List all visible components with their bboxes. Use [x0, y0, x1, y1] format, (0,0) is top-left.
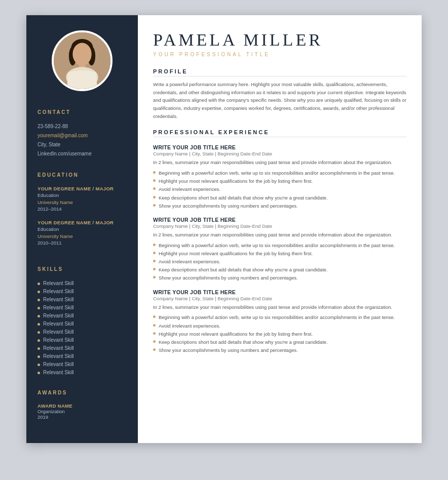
job-entry: WRITE YOUR JOB TITLE HERECompany Name | …: [153, 217, 406, 282]
resume-title: YOUR PROFESSIONAL TITLE: [153, 52, 406, 57]
skill-item: Relevant Skill: [38, 328, 127, 336]
job-bullet-item: Highlight your most relevant qualificati…: [153, 177, 406, 185]
bullet-text: Highlight your most relevant qualificati…: [159, 177, 313, 185]
skills-title: SKILLS: [38, 266, 127, 274]
header: PAMELA MILLER YOUR PROFESSIONAL TITLE: [153, 30, 406, 57]
edu-type-2: Education: [38, 226, 127, 232]
skill-bullet: [38, 323, 40, 326]
bullet-dot: [153, 171, 156, 174]
job-bullet-item: Beginning with a powerful action verb, w…: [153, 169, 406, 177]
experience-section-title: PROFESSIONAL EXPERIENCE: [153, 129, 406, 137]
skill-label: Relevant Skill: [43, 352, 74, 361]
edu-year-2: 2010–2011: [38, 239, 127, 246]
job-meta: Company Name | City, State | Beginning D…: [153, 223, 406, 229]
job-summary: In 2 lines, summarize your main responsi…: [153, 231, 406, 239]
bullet-dot: [153, 179, 156, 182]
skill-bullet: [38, 355, 40, 358]
job-bullet-item: Beginning with a powerful action verb, w…: [153, 242, 406, 249]
skill-item: Relevant Skill: [38, 312, 127, 320]
bullet-dot: [153, 204, 156, 207]
profile-section: PROFILE Write a powerful performance sum…: [153, 68, 406, 120]
skill-label: Relevant Skill: [43, 336, 74, 344]
contact-title: CONTACT: [38, 109, 127, 117]
bullet-dot: [153, 244, 156, 246]
job-bullet-item: Avoid irrelevant experiences.: [153, 185, 406, 193]
skill-bullet: [38, 315, 40, 317]
bullet-dot: [153, 324, 156, 327]
bullet-dot: [153, 348, 156, 351]
job-bullet-item: Show your accomplishments by using numbe…: [153, 202, 406, 210]
skills-section: SKILLS Relevant SkillRelevant SkillRelev…: [26, 258, 138, 382]
avatar: [52, 30, 113, 91]
job-meta: Company Name | City, State | Beginning D…: [153, 296, 406, 301]
contact-email: youremail@gmail.com: [38, 132, 127, 139]
avatar-svg: [54, 30, 110, 91]
skill-item: Relevant Skill: [38, 288, 127, 296]
education-entry-2: YOUR DEGREE NAME / MAJOR Education Unive…: [38, 219, 127, 246]
job-bullets: Beginning with a powerful action verb, w…: [153, 169, 406, 210]
bullet-dot: [153, 315, 156, 318]
skill-label: Relevant Skill: [43, 312, 74, 320]
contact-location: City, State: [38, 141, 127, 148]
bullet-text: Highlight your most relevant qualificati…: [159, 330, 313, 338]
skill-label: Relevant Skill: [43, 279, 74, 288]
skill-bullet: [38, 339, 40, 342]
skills-list: Relevant SkillRelevant SkillRelevant Ski…: [38, 279, 127, 377]
edu-year-1: 2012–2014: [38, 206, 127, 212]
job-bullets: Beginning with a powerful action verb, w…: [153, 242, 406, 282]
bullet-dot: [153, 252, 156, 254]
skill-item: Relevant Skill: [38, 361, 127, 369]
skill-item: Relevant Skill: [38, 344, 127, 352]
bullet-text: Avoid irrelevant experiences.: [159, 322, 220, 330]
bullet-text: Avoid irrelevant experiences.: [159, 258, 220, 265]
job-entry: WRITE YOUR JOB TITLE HERECompany Name | …: [153, 289, 406, 354]
bullet-dot: [153, 260, 156, 262]
bullet-text: Highlight your most relevant qualificati…: [159, 250, 313, 257]
skill-item: Relevant Skill: [38, 320, 127, 328]
edu-degree-2: YOUR DEGREE NAME / MAJOR: [38, 219, 127, 226]
education-title: EDUCATION: [38, 172, 127, 180]
skill-bullet: [38, 283, 40, 285]
contact-linkedin: LinkedIn.com/username: [38, 150, 127, 157]
edu-uni-1: University Name: [38, 199, 127, 206]
job-bullet-item: Avoid irrelevant experiences.: [153, 258, 406, 265]
bullet-text: Keep descriptions short but add details …: [159, 194, 327, 202]
skill-label: Relevant Skill: [43, 320, 74, 328]
job-bullet-item: Highlight your most relevant qualificati…: [153, 330, 406, 338]
skill-bullet: [38, 291, 40, 293]
bullet-text: Beginning with a powerful action verb, w…: [159, 242, 395, 249]
skill-label: Relevant Skill: [43, 361, 74, 369]
bullet-text: Keep descriptions short but add details …: [159, 266, 327, 273]
job-bullet-item: Show your accomplishments by using numbe…: [153, 274, 406, 282]
edu-degree-1: YOUR DEGREE NAME / MAJOR: [38, 185, 127, 192]
bullet-text: Keep descriptions short but add details …: [159, 338, 327, 346]
main-content: PAMELA MILLER YOUR PROFESSIONAL TITLE PR…: [138, 15, 422, 443]
skill-label: Relevant Skill: [43, 344, 74, 352]
avatar-image: [54, 30, 110, 91]
bullet-dot: [153, 196, 156, 198]
bullet-dot: [153, 268, 156, 270]
job-entry: WRITE YOUR JOB TITLE HERECompany Name | …: [153, 144, 406, 210]
resume-document: CONTACT 23-589-22-88 youremail@gmail.com…: [26, 15, 422, 443]
skill-bullet: [38, 307, 40, 309]
award-year-1: 2019: [38, 414, 127, 420]
bullet-dot: [153, 187, 156, 190]
skill-bullet: [38, 372, 40, 374]
job-title: WRITE YOUR JOB TITLE HERE: [153, 289, 406, 295]
bullet-text: Beginning with a powerful action verb, w…: [159, 169, 395, 177]
avatar-area: [26, 15, 138, 101]
skill-item: Relevant Skill: [38, 279, 127, 288]
skill-item: Relevant Skill: [38, 369, 127, 377]
bullet-dot: [153, 276, 156, 278]
svg-point-5: [72, 43, 91, 66]
skill-label: Relevant Skill: [43, 304, 74, 312]
job-title: WRITE YOUR JOB TITLE HERE: [153, 217, 406, 223]
education-section: EDUCATION YOUR DEGREE NAME / MAJOR Educa…: [26, 164, 138, 258]
contact-phone: 23-589-22-88: [38, 123, 127, 130]
skill-label: Relevant Skill: [43, 296, 74, 304]
skill-item: Relevant Skill: [38, 336, 127, 344]
contact-section: CONTACT 23-589-22-88 youremail@gmail.com…: [26, 101, 138, 164]
job-bullet-item: Beginning with a powerful action verb, w…: [153, 313, 406, 321]
resume-name: PAMELA MILLER: [153, 30, 406, 50]
job-bullets: Beginning with a powerful action verb, w…: [153, 313, 406, 354]
